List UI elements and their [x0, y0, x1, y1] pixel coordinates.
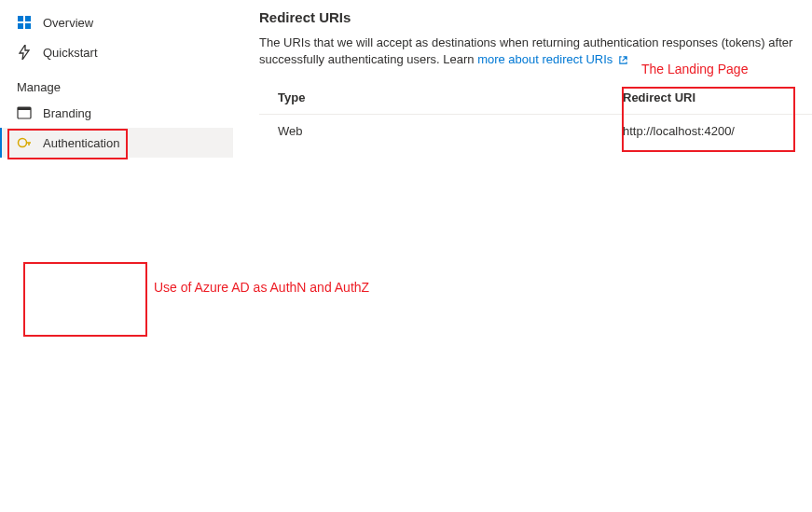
- table-row: Web http://localhost:4200/: [259, 115, 812, 147]
- sidebar-item-branding[interactable]: Branding: [0, 98, 233, 128]
- redirect-uris-title: Redirect URIs: [259, 9, 812, 25]
- overview-icon: [17, 15, 32, 30]
- redirect-learn-more-link[interactable]: more about redirect URIs: [477, 52, 628, 66]
- th-redirect-uri: Redirect URI: [623, 90, 793, 104]
- svg-rect-5: [18, 107, 31, 110]
- sidebar-item-authentication[interactable]: Authentication: [0, 128, 233, 158]
- sidebar-item-overview[interactable]: Overview: [0, 7, 233, 37]
- sidebar-item-label: Authentication: [43, 136, 119, 150]
- authentication-icon: [17, 135, 32, 150]
- table-header: Type Redirect URI: [259, 81, 812, 115]
- td-redirect-uri: http://localhost:4200/: [623, 124, 793, 138]
- sidebar-item-label: Quickstart: [43, 46, 98, 60]
- svg-point-6: [19, 139, 27, 147]
- main-content: Redirect URIs The URIs that we will acce…: [233, 0, 812, 158]
- sidebar-item-label: Branding: [43, 106, 91, 120]
- branding-icon: [17, 105, 32, 120]
- redirect-uris-description: The URIs that we will accept as destinat…: [259, 35, 812, 70]
- sidebar-item-label: Overview: [43, 16, 93, 30]
- sidebar-group-manage: Manage: [0, 67, 233, 98]
- td-type: Web: [278, 124, 623, 138]
- svg-rect-1: [25, 16, 31, 21]
- th-type: Type: [278, 90, 623, 104]
- svg-rect-3: [25, 23, 31, 29]
- sidebar-item-quickstart[interactable]: Quickstart: [0, 37, 233, 67]
- svg-rect-2: [18, 23, 23, 29]
- svg-rect-0: [18, 16, 23, 21]
- lightning-icon: [17, 45, 32, 60]
- sidebar: Overview Quickstart Manage Branding Auth…: [0, 0, 233, 158]
- redirect-uris-table: Type Redirect URI Web http://localhost:4…: [259, 81, 812, 147]
- external-link-icon: [618, 53, 628, 70]
